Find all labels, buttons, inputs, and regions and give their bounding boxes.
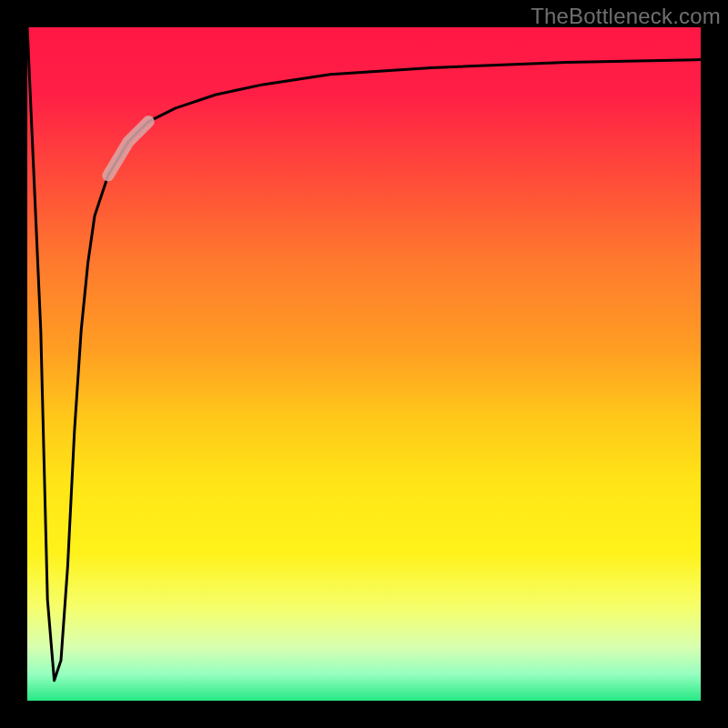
highlight-segment [108, 122, 148, 176]
series-bottleneck-curve [27, 27, 701, 681]
chart-frame: TheBottleneck.com [0, 0, 728, 728]
watermark-text: TheBottleneck.com [531, 4, 721, 29]
curve-layer [27, 27, 701, 701]
